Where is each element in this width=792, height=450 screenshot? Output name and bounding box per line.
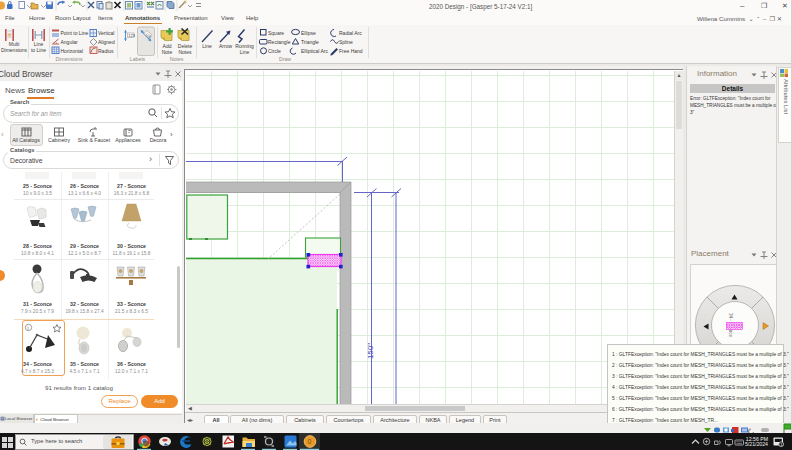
svg-text:123: 123: [128, 33, 135, 38]
svg-text:0: 0: [308, 438, 312, 445]
svg-text:i: i: [27, 325, 29, 331]
svg-text:150": 150": [366, 343, 375, 359]
